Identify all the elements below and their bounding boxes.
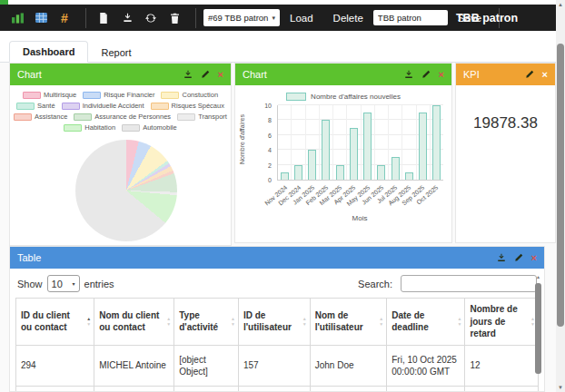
trash-icon[interactable]	[164, 9, 184, 27]
edit-icon[interactable]	[514, 253, 523, 262]
close-icon[interactable]: ×	[542, 70, 548, 80]
toolbar: # #69 TBB patron ▾ Load Delete Save TBB …	[0, 5, 556, 31]
chevron-down-icon: ▾	[272, 15, 275, 22]
edit-icon[interactable]	[201, 70, 210, 79]
legend-swatch	[62, 103, 80, 110]
delete-button[interactable]: Delete	[323, 13, 373, 24]
legend-swatch	[161, 92, 179, 99]
close-icon[interactable]: ×	[218, 70, 223, 80]
bar	[322, 120, 330, 180]
bar	[350, 128, 358, 180]
column-header[interactable]: Nom de l'utilisateur▲▼	[310, 299, 387, 346]
legend-item[interactable]: Constuction	[161, 91, 218, 99]
legend-swatch	[64, 124, 82, 132]
sort-icon: ▲▼	[166, 317, 171, 327]
legend-item[interactable]: Assistance	[14, 113, 67, 121]
panel-title: Table	[17, 252, 41, 263]
download-icon[interactable]	[497, 253, 506, 262]
legend-item[interactable]: Automobile	[122, 123, 177, 132]
column-header[interactable]: Nombre de jours de retard▲▼	[465, 299, 539, 346]
scrollbar-thumb[interactable]	[557, 44, 564, 327]
load-button[interactable]: Load	[280, 13, 323, 24]
table-widget-icon[interactable]	[31, 9, 51, 27]
legend-swatch	[74, 113, 92, 121]
column-header[interactable]: ID de l'utilisateur▲▼	[238, 299, 310, 346]
table-scrollbar[interactable]: ▲	[534, 273, 542, 391]
tab-bar: Dashboard Report	[0, 40, 556, 63]
sort-icon: ▲▼	[302, 317, 307, 327]
new-file-icon[interactable]	[94, 9, 114, 27]
table-row: 294MICHEL Antoine[object Object]157John …	[16, 345, 539, 386]
column-header[interactable]: Nom du client ou contact▲▼	[94, 299, 174, 346]
legend-label: Nombre d'affaires nouvelles	[311, 93, 401, 101]
legend-label: Santé	[37, 102, 55, 110]
bar	[419, 113, 427, 180]
scroll-down-icon[interactable]: ▼	[556, 383, 565, 392]
legend-item[interactable]: Habitation	[64, 123, 115, 132]
download-icon[interactable]	[117, 9, 137, 27]
legend-item[interactable]: Risque Financier	[83, 91, 154, 99]
tab-report[interactable]: Report	[88, 43, 144, 63]
table-cell: 157	[238, 386, 310, 392]
dashboard-title: TBB patron	[420, 12, 554, 24]
chart-widget-icon[interactable]	[7, 9, 27, 27]
legend-label: Risques Spécaux	[172, 102, 224, 110]
scrollbar-thumb[interactable]	[535, 283, 541, 374]
legend-item[interactable]: Multirisque	[23, 91, 76, 99]
table-cell: 12	[465, 345, 539, 386]
table-cell: Mon, 20 Oct 2025 00:00:00 GMT	[387, 386, 465, 392]
download-icon[interactable]	[404, 70, 413, 79]
bar	[392, 157, 400, 180]
legend-label: Risque Financier	[104, 91, 154, 99]
table-cell: 294	[16, 345, 94, 386]
legend-swatch	[23, 92, 41, 99]
edit-icon[interactable]	[421, 70, 431, 79]
refresh-icon[interactable]	[141, 9, 161, 27]
table-cell: MICHEL Antoine	[94, 345, 174, 386]
panel-title: Chart	[243, 69, 267, 80]
legend-item[interactable]: Santé	[16, 102, 55, 110]
tab-dashboard[interactable]: Dashboard	[9, 41, 88, 63]
column-header[interactable]: ID du client ou contact▲▼	[16, 299, 94, 346]
scroll-up-icon[interactable]: ▲	[534, 273, 542, 280]
legend-item[interactable]: Individuelle Accident	[62, 102, 144, 110]
pie-chart[interactable]	[75, 140, 177, 241]
table-cell: 157	[238, 345, 310, 386]
pie-chart-panel: Chart × MultirisqueRisque FinancierConst…	[9, 63, 232, 246]
table-cell: 294	[16, 386, 94, 392]
bar	[377, 165, 385, 180]
page-scrollbar[interactable]: ▲ ▼	[556, 0, 565, 392]
column-header[interactable]: Date de deadline▲▼	[387, 299, 465, 346]
download-icon[interactable]	[183, 70, 193, 79]
close-icon[interactable]: ×	[439, 70, 444, 80]
legend-item[interactable]: Assurance de Personnes	[74, 113, 171, 121]
legend-item[interactable]: Transport	[177, 113, 227, 121]
y-tick-label: 2	[268, 162, 272, 169]
legend-swatch	[177, 113, 195, 121]
close-icon[interactable]: ×	[531, 253, 537, 263]
scroll-up-icon[interactable]: ▲	[556, 0, 565, 9]
search-input[interactable]	[401, 275, 537, 292]
edit-icon[interactable]	[525, 70, 534, 79]
legend-label: Constuction	[182, 91, 218, 99]
dashboard-select[interactable]: #69 TBB patron ▾	[203, 9, 280, 26]
kpi-value: 19878.38	[456, 114, 555, 132]
table-cell: John Doe	[310, 345, 387, 386]
dashboard-content: Chart × MultirisqueRisque FinancierConst…	[0, 63, 556, 392]
y-tick-label: 10	[264, 103, 272, 109]
pie-panel-header: Chart ×	[10, 64, 231, 85]
bar-legend-item[interactable]: Nombre d'affaires nouvelles	[235, 93, 451, 101]
toolbar-divider	[195, 8, 196, 28]
table-cell: [object Object]	[174, 345, 239, 386]
column-header[interactable]: Type d'activité▲▼	[174, 299, 239, 346]
y-tick-label: 4	[268, 147, 272, 153]
legend-label: Automobile	[143, 123, 177, 132]
data-table: ID du client ou contact▲▼Nom du client o…	[15, 298, 539, 392]
hash-icon[interactable]: #	[55, 9, 74, 27]
show-label: Show	[17, 279, 43, 289]
page-size-select[interactable]: 10 ▾	[47, 275, 80, 292]
table-row: 294MICHEL Antoine[object Object]157John …	[16, 386, 539, 392]
table-controls: Show 10 ▾ entries Search:	[10, 269, 544, 298]
legend-item[interactable]: Risques Spécaux	[151, 102, 224, 110]
y-axis: 0246810	[256, 105, 274, 180]
